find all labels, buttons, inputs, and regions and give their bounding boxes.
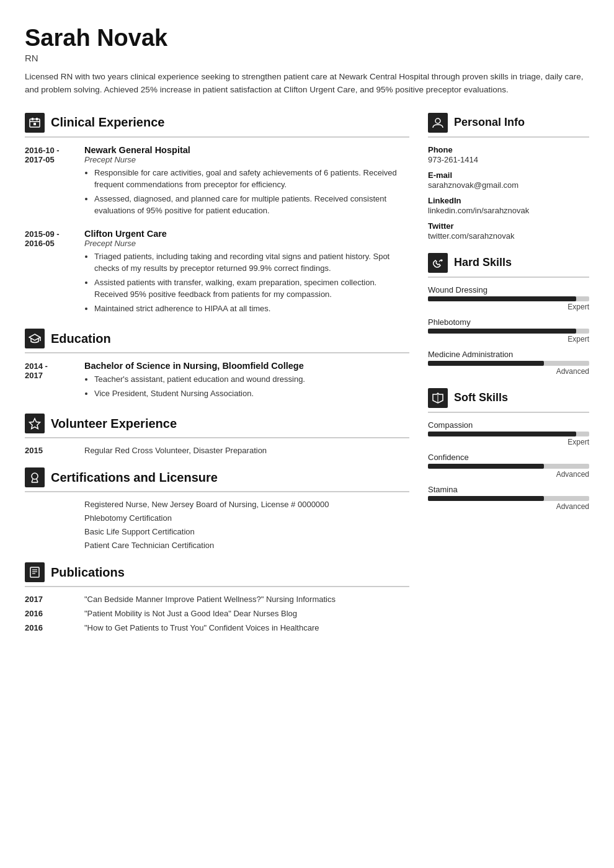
pub-entry-1: 2017 "Can Bedside Manner Improve Patient… [25,595,409,604]
soft-skill-stamina: Stamina Advanced [428,485,589,511]
soft-skills-section: Soft Skills Compassion Expert Confidence [428,388,589,511]
wound-name: Wound Dressing [428,285,589,294]
job-title: RN [25,53,589,63]
pub-entry-2: 2016 "Patient Mobility is Not Just a Goo… [25,609,409,618]
hard-skills-list: Wound Dressing Expert Phlebotomy Expert [428,285,589,376]
volunteer-icon [25,414,45,433]
bullet-2-2: Assisted patients with transfer, walking… [94,277,409,301]
pub-text-3: "How to Get Patients to Trust You" Confi… [84,623,409,632]
pub-date-3: 2016 [25,623,74,632]
phlebotomy-name: Phlebotomy [428,317,589,327]
personal-info-header: Personal Info [428,113,589,138]
hard-skill-phlebotomy: Phlebotomy Expert [428,317,589,343]
hard-skills-icon [428,253,448,273]
main-layout: Clinical Experience 2016-10 -2017-05 New… [25,113,589,645]
clinical-experience-header: Clinical Experience [25,113,409,138]
edu-date-1: 2014 -2017 [25,361,74,401]
education-header: Education [25,329,409,353]
compassion-bar-bg [428,432,589,436]
wound-level: Expert [428,303,589,311]
soft-skill-compassion: Compassion Expert [428,420,589,446]
medicine-level: Advanced [428,367,589,376]
phone-value: 973-261-1414 [428,155,589,164]
cert-item-2: Phlebotomy Certification [84,513,409,523]
svg-rect-2 [36,118,38,120]
company-2: Clifton Urgent Care [84,229,409,239]
svg-rect-12 [30,567,39,577]
publications-title: Publications [51,565,125,580]
email-label: E-mail [428,170,589,180]
edu-company-1: Bachelor of Science in Nursing, Bloomfie… [84,361,409,371]
personal-info-title: Personal Info [454,116,525,129]
name: Sarah Novak [25,25,589,51]
certifications-title: Certifications and Licensure [51,471,218,485]
pub-date-1: 2017 [25,595,74,604]
clinical-experience-title: Clinical Experience [51,115,164,130]
bullet-2-1: Triaged patients, including taking and r… [94,250,409,275]
phlebotomy-bar-bg [428,329,589,334]
education-entry-1: 2014 -2017 Bachelor of Science in Nursin… [25,361,409,401]
compassion-level: Expert [428,438,589,446]
medicine-name: Medicine Administration [428,350,589,359]
edu-bullet-1-2: Vice President, Student Nursing Associat… [94,388,409,400]
cert-item-4: Patient Care Technician Certification [84,541,409,550]
stamina-name: Stamina [428,485,589,494]
volunteer-title: Volunteer Experience [51,417,177,431]
edu-content-1: Bachelor of Science in Nursing, Bloomfie… [84,361,409,401]
stamina-level: Advanced [428,502,589,511]
edu-bullet-1-1: Teacher's assistant, patient education a… [94,373,409,386]
compassion-name: Compassion [428,420,589,430]
header: Sarah Novak RN Licensed RN with two year… [25,25,589,97]
clinical-experience-section: Clinical Experience 2016-10 -2017-05 New… [25,113,409,317]
entry-content-2: Clifton Urgent Care Precept Nurse Triage… [84,229,409,317]
confidence-bar-fill [428,464,544,469]
phlebotomy-bar-fill [428,329,576,334]
cert-item-1: Registered Nurse, New Jersey Board of Nu… [84,500,409,509]
education-title: Education [51,332,111,346]
clinical-icon [25,113,45,133]
soft-skills-list: Compassion Expert Confidence Advanced [428,420,589,511]
bullets-1: Responsible for care activities, goal an… [84,167,409,217]
hard-skills-title: Hard Skills [454,256,512,269]
pub-entry-3: 2016 "How to Get Patients to Trust You" … [25,623,409,632]
hard-skills-section: Hard Skills Wound Dressing Expert Phlebo… [428,253,589,376]
publications-header: Publications [25,562,409,587]
education-section: Education 2014 -2017 Bachelor of Science… [25,329,409,401]
volunteer-section: Volunteer Experience 2015 Regular Red Cr… [25,414,409,455]
wound-bar-bg [428,296,589,301]
entry-date-1: 2016-10 -2017-05 [25,145,74,219]
vol-text-1: Regular Red Cross Volunteer, Disaster Pr… [84,446,409,455]
certifications-icon [25,467,45,487]
bullet-1-2: Assessed, diagnosed, and planned care fo… [94,193,409,217]
summary: Licensed RN with two years clinical expe… [25,71,589,97]
publications-icon [25,562,45,582]
pub-date-2: 2016 [25,609,74,618]
stamina-bar-bg [428,496,589,501]
linkedin-value: linkedin.com/in/sarahznovak [428,206,589,215]
cert-item-3: Basic Life Support Certification [84,527,409,536]
wound-bar-fill [428,296,576,301]
svg-rect-1 [32,118,33,120]
twitter-value: twitter.com/sarahznovak [428,231,589,241]
role-2: Precept Nurse [84,239,409,248]
volunteer-header: Volunteer Experience [25,414,409,438]
cert-list: Registered Nurse, New Jersey Board of Nu… [25,500,409,550]
hard-skill-medicine: Medicine Administration Advanced [428,350,589,376]
pub-text-2: "Patient Mobility is Not Just a Good Ide… [84,609,409,618]
company-1: Newark General Hospital [84,145,409,155]
twitter-label: Twitter [428,221,589,231]
personal-info-fields: Phone 973-261-1414 E-mail sarahznovak@gm… [428,145,589,241]
email-value: sarahznovak@gmail.com [428,180,589,190]
svg-marker-7 [30,418,40,429]
personal-info-section: Personal Info Phone 973-261-1414 E-mail … [428,113,589,241]
bullet-2-3: Maintained strict adherence to HIPAA at … [94,303,409,315]
soft-skills-icon [428,388,448,408]
svg-line-9 [32,479,33,483]
pub-text-1: "Can Bedside Manner Improve Patient Well… [84,595,409,604]
svg-line-10 [37,479,38,483]
compassion-bar-fill [428,432,576,436]
stamina-bar-fill [428,496,544,501]
svg-rect-4 [33,123,36,125]
bullets-2: Triaged patients, including taking and r… [84,250,409,315]
entry-date-2: 2015-09 -2016-05 [25,229,74,317]
